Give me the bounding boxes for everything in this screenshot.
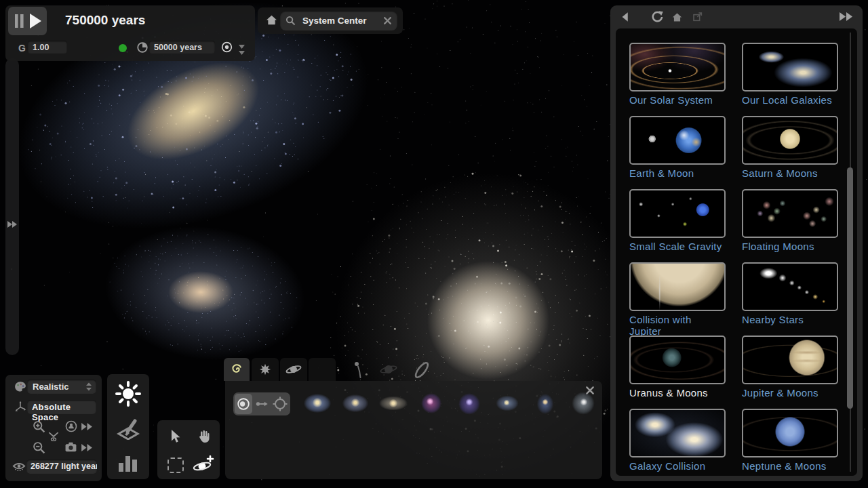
library-item[interactable]: Jupiter & Moons — [742, 336, 838, 399]
search-input[interactable] — [298, 12, 383, 28]
paint-tool-icon[interactable] — [116, 417, 140, 440]
home-icon[interactable] — [265, 14, 278, 26]
library-thumbnail-floating[interactable] — [742, 189, 838, 238]
space-mode-field[interactable]: Absolute Space — [27, 400, 96, 414]
library-thumbnail-gravity[interactable] — [629, 189, 726, 238]
library-thumbnail-galaxy-collision[interactable] — [629, 409, 726, 458]
search-box — [280, 11, 397, 30]
view-scale-value: 268277 light year — [31, 462, 97, 471]
left-side-drawer[interactable] — [5, 58, 19, 355]
lighting-sun-icon[interactable] — [115, 380, 142, 407]
galaxy-variant-irregular-galaxy-pink[interactable] — [416, 388, 447, 419]
render-mode-select[interactable]: Realistic — [27, 380, 96, 394]
simulation-time: 750000 years — [65, 13, 145, 28]
select-arrows-icon[interactable] — [85, 382, 92, 391]
tab-star[interactable] — [252, 358, 279, 381]
library-item[interactable]: Neptune & Moons — [742, 409, 838, 472]
galaxy-spiral-large-core — [112, 43, 275, 180]
library-panel: Our Solar SystemOur Local GalaxiesEarth … — [610, 5, 863, 481]
nav-home-icon[interactable] — [671, 12, 683, 23]
library-thumbnail-neptune[interactable] — [742, 409, 838, 458]
clear-search-icon[interactable] — [382, 16, 393, 26]
library-thumbnail-local-galaxies[interactable] — [742, 43, 838, 92]
time-focus-icon[interactable] — [220, 41, 233, 54]
library-item[interactable]: Earth & Moon — [629, 116, 726, 179]
galaxy-variant-cluster-galaxy-blue[interactable] — [492, 388, 523, 419]
zoom-out-icon[interactable] — [32, 441, 46, 455]
tab-comet-icon[interactable] — [351, 360, 366, 379]
camera-icon — [64, 441, 77, 453]
library-item[interactable]: Our Local Galaxies — [742, 43, 838, 106]
follow-object-control[interactable] — [64, 420, 94, 433]
galaxy-variant-spiral-galaxy-blue[interactable] — [302, 388, 333, 419]
search-panel — [258, 7, 403, 34]
galaxy-variant-dwarf-spiral-galaxy[interactable] — [530, 388, 561, 419]
library-grid: Our Solar SystemOur Local GalaxiesEarth … — [616, 28, 857, 476]
play-button[interactable] — [28, 12, 43, 30]
library-thumbnail-uranus[interactable] — [629, 336, 726, 384]
library-item[interactable]: Floating Moons — [742, 189, 838, 252]
library-item-label: Jupiter & Moons — [742, 387, 838, 399]
marquee-select-icon[interactable] — [167, 458, 184, 473]
library-item[interactable]: Saturn & Moons — [742, 116, 838, 179]
zoom-in-icon[interactable] — [32, 420, 46, 434]
gravity-input[interactable] — [28, 41, 67, 54]
screenshot-control[interactable] — [64, 441, 94, 453]
library-item[interactable]: Collision with Jupiter — [629, 262, 726, 337]
time-step-clock-icon[interactable] — [136, 41, 149, 54]
playback-button-group — [8, 7, 47, 35]
palette-icon — [14, 381, 26, 392]
library-thumbnail-jupiter[interactable] — [742, 336, 838, 384]
tab-planet[interactable] — [280, 358, 307, 381]
library-item[interactable]: Nearby Stars — [742, 262, 838, 325]
pause-button[interactable] — [14, 14, 24, 28]
galaxy-variant-irregular-galaxy-gray[interactable] — [568, 388, 599, 419]
library-thumbnail-jupiter-collision[interactable] — [629, 262, 726, 311]
tab-galaxy[interactable] — [224, 358, 250, 381]
library-item[interactable]: Small Scale Gravity — [629, 189, 726, 252]
library-item[interactable]: Galaxy Collision — [629, 409, 726, 472]
nav-back-icon[interactable] — [619, 11, 631, 23]
add-object-icon[interactable] — [193, 455, 214, 474]
universe-sandbox-window: 750000 years G Our Solar SystemOur Local… — [0, 0, 868, 488]
library-item[interactable]: Uranus & Moons — [629, 336, 726, 399]
library-thumbnail-saturn[interactable] — [742, 116, 838, 165]
tab-planetoid-icon[interactable] — [380, 361, 397, 378]
galaxy-spiral-icon — [229, 361, 245, 378]
library-thumbnail-nearby-stars[interactable] — [742, 262, 838, 311]
library-list: Our Solar SystemOur Local GalaxiesEarth … — [616, 28, 857, 476]
chart-tool-icon[interactable] — [117, 451, 140, 473]
view-scale-eye-icon — [12, 461, 26, 472]
tab-ring-icon[interactable] — [410, 358, 434, 382]
open-external-icon[interactable] — [692, 12, 703, 22]
expand-drawer-icon[interactable] — [6, 220, 18, 229]
tab-moon[interactable] — [309, 358, 336, 381]
galaxy-spiral-medium-core — [168, 271, 233, 313]
moon-icon — [315, 362, 330, 377]
select-cursor-icon[interactable] — [167, 428, 182, 445]
library-item-label: Our Local Galaxies — [742, 94, 838, 106]
galaxy-elliptical-core — [427, 261, 549, 380]
time-step-input[interactable] — [149, 41, 215, 54]
status-dot — [119, 44, 127, 52]
view-angle-icon[interactable] — [47, 430, 60, 443]
nav-refresh-icon[interactable] — [650, 10, 664, 24]
galaxy-variant-spiral-galaxy-dusty[interactable] — [340, 388, 371, 419]
library-thumbnail-earth[interactable] — [629, 116, 726, 165]
pan-hand-icon[interactable] — [195, 428, 212, 445]
library-item-label: Galaxy Collision — [629, 460, 726, 472]
scrollbar-thumb[interactable] — [847, 167, 853, 409]
pointer-tools-panel — [157, 420, 220, 479]
library-item-label: Small Scale Gravity — [629, 241, 726, 252]
view-scale-field[interactable]: 268277 light year — [26, 460, 97, 474]
galaxy-variant-irregular-galaxy-purple[interactable] — [454, 388, 485, 419]
library-thumbnail-solar[interactable] — [629, 43, 726, 92]
library-item[interactable]: Our Solar System — [629, 43, 726, 106]
nav-forward-icon[interactable] — [839, 12, 854, 22]
galaxy-spiral-medium[interactable] — [98, 216, 313, 371]
library-item-label: Collision with Jupiter — [629, 314, 726, 337]
search-icon — [285, 15, 296, 26]
galaxy-variant-elliptical-galaxy-tan[interactable] — [378, 388, 409, 419]
time-step-decrease-icon[interactable] — [238, 44, 245, 56]
sim-tools-panel — [107, 374, 149, 479]
